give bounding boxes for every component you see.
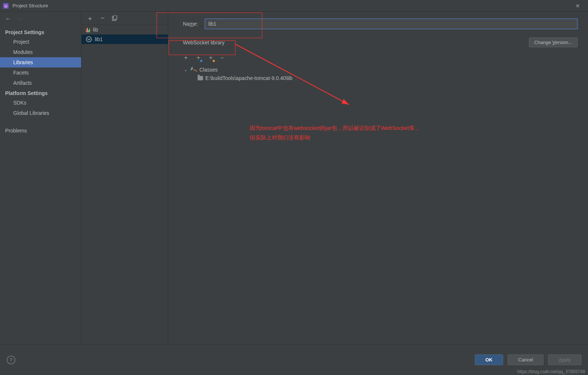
nav-back-icon[interactable]: ← — [5, 15, 11, 22]
sidebar-item-facets[interactable]: Facets — [0, 68, 81, 78]
apply-button[interactable]: Apply — [548, 354, 581, 365]
sidebar-item-problems[interactable]: Problems — [0, 125, 81, 136]
copy-library-icon[interactable] — [112, 15, 118, 21]
tree-remove-icon[interactable]: − — [220, 55, 224, 61]
sidebar-item-global-libraries[interactable]: Global Libraries — [0, 108, 81, 118]
watermark: https://blog.csdn.net/qq_37855749 — [517, 369, 585, 374]
annotation-text: 因为tomcat中也有websocket的jar包，所以被识别成了WebSock… — [250, 123, 420, 142]
nav-forward-icon: → — [16, 15, 22, 22]
tree-add-package-icon[interactable]: ＋ — [208, 54, 214, 62]
tree-add-icon[interactable]: ＋ — [183, 54, 189, 62]
library-list-panel: ＋ − lib lib1 — [82, 12, 168, 344]
library-type-label: WebSocket library — [183, 40, 224, 45]
section-platform-settings: Platform Settings — [0, 88, 81, 98]
add-library-icon[interactable]: ＋ — [87, 14, 93, 23]
library-icon — [86, 27, 90, 32]
library-row-lib1[interactable]: lib1 — [82, 34, 168, 44]
library-label: lib1 — [95, 36, 103, 42]
library-row-lib[interactable]: lib — [82, 25, 168, 34]
sidebar-item-artifacts[interactable]: Artifacts — [0, 78, 81, 88]
sidebar-item-libraries[interactable]: Libraries — [0, 57, 81, 68]
section-project-settings: Project Settings — [0, 27, 81, 37]
name-input[interactable] — [205, 18, 578, 29]
footer: ? OK Cancel Apply https://blog.csdn.net/… — [0, 344, 588, 375]
change-version-button[interactable]: Change Version... — [529, 37, 578, 47]
close-icon[interactable]: ✕ — [570, 0, 585, 12]
title-bar: IJ Project Structure ✕ — [0, 0, 588, 12]
sidebar-item-project[interactable]: Project — [0, 37, 81, 47]
svg-point-4 — [86, 37, 91, 42]
websocket-icon — [86, 36, 92, 42]
library-label: lib — [93, 27, 98, 33]
hammer-icon: 🔨 — [189, 65, 198, 74]
help-icon[interactable]: ? — [7, 356, 15, 364]
folder-icon — [198, 76, 203, 80]
tree-classes-label: Classes — [199, 67, 218, 73]
ok-button[interactable]: OK — [475, 354, 504, 365]
app-icon: IJ — [3, 3, 9, 9]
main-panel: Name: WebSocket library Change Version..… — [168, 12, 588, 344]
name-label: Name: — [183, 21, 198, 27]
tree-row-path[interactable]: E:\buildTools\apache-tomcat-9.0.40\lib — [183, 74, 578, 82]
svg-text:IJ: IJ — [5, 4, 7, 8]
cancel-button[interactable]: Cancel — [508, 354, 544, 365]
svg-rect-3 — [113, 15, 117, 19]
window-title: Project Structure — [12, 3, 570, 8]
tree-path-label: E:\buildTools\apache-tomcat-9.0.40\lib — [205, 75, 292, 81]
tree-row-classes[interactable]: ⌄ 🔨 Classes — [183, 65, 578, 74]
library-tree: ⌄ 🔨 Classes E:\buildTools\apache-tomcat-… — [183, 65, 578, 82]
sidebar-item-modules[interactable]: Modules — [0, 47, 81, 57]
chevron-down-icon[interactable]: ⌄ — [183, 68, 188, 72]
remove-library-icon[interactable]: − — [101, 14, 105, 22]
sidebar: ← → Project Settings Project Modules Lib… — [0, 12, 82, 344]
sidebar-item-sdks[interactable]: SDKs — [0, 98, 81, 108]
tree-add-from-maven-icon[interactable]: ＋ — [195, 54, 201, 62]
